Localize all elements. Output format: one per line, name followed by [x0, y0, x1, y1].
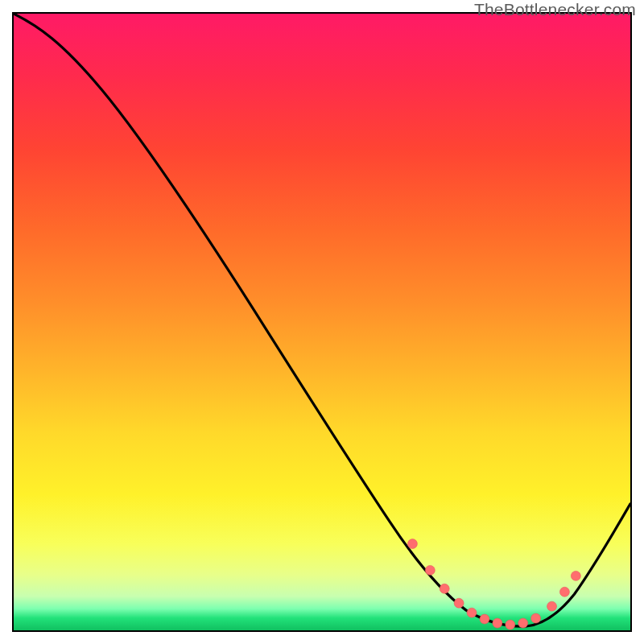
svg-point-1 [425, 565, 435, 575]
svg-point-10 [547, 601, 557, 611]
svg-point-7 [506, 620, 515, 630]
svg-point-4 [467, 608, 477, 617]
svg-point-3 [454, 598, 464, 608]
ideal-range-dots [407, 539, 580, 630]
svg-point-11 [559, 587, 569, 597]
curve-layer [14, 14, 630, 630]
svg-point-6 [493, 618, 502, 628]
svg-point-0 [407, 539, 417, 549]
svg-point-12 [571, 571, 580, 580]
plot-area [12, 12, 632, 632]
svg-point-9 [531, 613, 541, 623]
watermark-text: TheBottlenecker.com [474, 0, 636, 19]
svg-point-2 [440, 584, 449, 593]
bottleneck-curve [14, 14, 630, 626]
svg-point-5 [480, 614, 489, 624]
svg-point-8 [518, 618, 528, 628]
chart-stage: TheBottlenecker.com [0, 0, 644, 644]
